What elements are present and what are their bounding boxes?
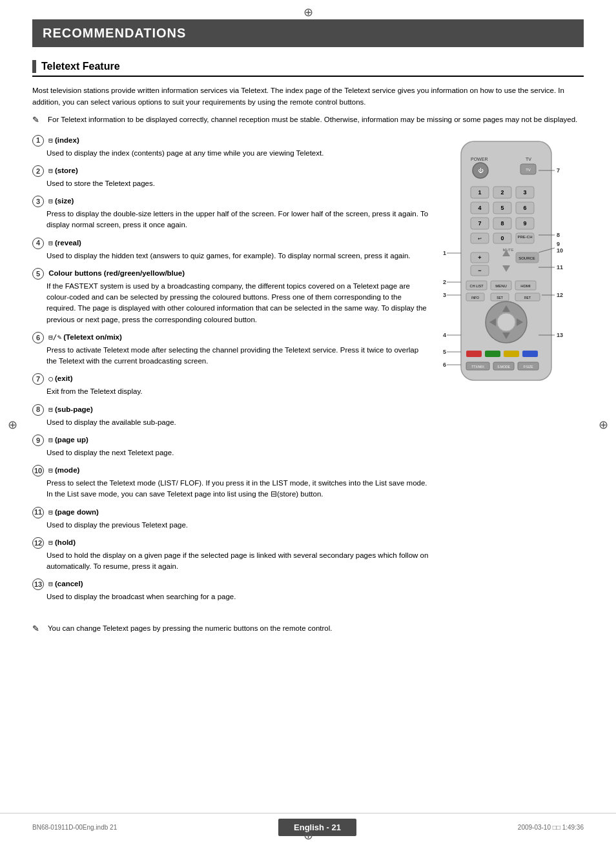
- feature-item-2: 2 ⊟ (store) Used to store the Teletext p…: [32, 165, 429, 189]
- svg-rect-58: [466, 351, 482, 357]
- feature-num-11: 11: [32, 507, 44, 518]
- remote-control-diagram: POWER TV ⏻ TV 1 2: [442, 135, 584, 609]
- footer-left: BN68-01911D-00Eng.indb 21: [32, 824, 117, 831]
- intro-note: ✎ For Teletext information to be display…: [32, 114, 584, 127]
- feature-icon-9: ⊟: [48, 436, 53, 444]
- svg-text:CH LIST: CH LIST: [469, 284, 484, 288]
- feature-num-3: 3: [32, 196, 44, 207]
- note-icon: ✎: [32, 114, 44, 127]
- svg-text:SOURCE: SOURCE: [518, 256, 535, 260]
- feature-item-5: 5 Colour buttons (red/green/yellow/blue)…: [32, 268, 429, 325]
- section-title: Teletext Feature: [32, 60, 584, 77]
- features-list: 1 ⊟ (index) Used to display the index (c…: [32, 135, 429, 609]
- feature-item-9: 9 ⊟ (page up) Used to display the next T…: [32, 435, 429, 458]
- feature-item-6: 6 ⊟/✎ (Teletext on/mix) Press to activat…: [32, 332, 429, 367]
- feature-icon-3: ⊟: [48, 197, 53, 205]
- feature-item-1: 1 ⊟ (index) Used to display the index (c…: [32, 135, 429, 159]
- svg-text:+: +: [478, 254, 481, 261]
- feature-num-8: 8: [32, 404, 44, 416]
- feature-desc-13: Used to display the broadcast when searc…: [46, 591, 429, 602]
- feature-title-11: (page down): [55, 508, 99, 516]
- crosshair-left-icon: ⊕: [8, 418, 17, 432]
- feature-title-7: (exit): [55, 374, 72, 382]
- feature-num-12: 12: [32, 537, 44, 549]
- section-title-bar: [32, 60, 36, 73]
- svg-text:7: 7: [478, 220, 481, 227]
- feature-title-6: (Teletext on/mix): [63, 333, 122, 341]
- feature-num-9: 9: [32, 435, 44, 446]
- footer-note: ✎ You can change Teletext pages by press…: [32, 622, 584, 636]
- svg-text:1: 1: [478, 189, 481, 196]
- feature-icon-6: ⊟/✎: [48, 333, 61, 342]
- feature-num-2: 2: [32, 165, 44, 177]
- feature-desc-11: Used to display the previous Teletext pa…: [46, 520, 429, 531]
- crosshair-bottom-icon: ⊕: [303, 828, 313, 843]
- feature-title-4: (reveal): [55, 239, 81, 247]
- feature-num-6: 6: [32, 332, 44, 343]
- feature-icon-13: ⊟: [48, 580, 53, 588]
- feature-desc-6: Press to activate Teletext mode after se…: [46, 345, 429, 367]
- svg-text:13: 13: [557, 332, 563, 338]
- svg-text:⏻: ⏻: [478, 168, 484, 174]
- svg-rect-61: [522, 351, 538, 357]
- feature-desc-7: Exit from the Teletext display.: [46, 386, 429, 397]
- svg-text:−: −: [478, 267, 481, 274]
- feature-title-9: (page up): [55, 436, 88, 444]
- feature-desc-5: If the FASTEXT system is used by a broad…: [46, 281, 429, 325]
- feature-item-3: 3 ⊟ (size) Press to display the double-s…: [32, 196, 429, 231]
- svg-text:6: 6: [443, 362, 446, 368]
- svg-text:8: 8: [557, 232, 560, 238]
- feature-icon-10: ⊟: [48, 466, 53, 475]
- feature-num-4: 4: [32, 238, 44, 249]
- svg-text:1: 1: [443, 250, 446, 256]
- feature-item-12: 12 ⊟ (hold) Used to hold the display on …: [32, 537, 429, 573]
- svg-text:RET: RET: [524, 296, 531, 300]
- section-title-text: Teletext Feature: [41, 61, 120, 72]
- svg-text:PRE-CH: PRE-CH: [517, 235, 532, 239]
- svg-text:4: 4: [478, 205, 481, 211]
- svg-text:TTX/MIX: TTX/MIX: [471, 365, 484, 369]
- svg-text:5: 5: [500, 205, 504, 211]
- header-title: RECOMMENDATIONS: [43, 26, 186, 40]
- intro-note-text: For Teletext information to be displayed…: [48, 114, 577, 125]
- svg-text:6: 6: [523, 205, 526, 211]
- svg-text:HDMI: HDMI: [520, 284, 531, 288]
- feature-desc-12: Used to hold the display on a given page…: [46, 550, 429, 573]
- remote-svg: POWER TV ⏻ TV 1 2: [442, 135, 571, 393]
- svg-text:7: 7: [557, 167, 560, 174]
- crosshair-right-icon: ⊕: [599, 418, 608, 432]
- feature-title-13: (cancel): [55, 580, 83, 588]
- svg-text:3: 3: [443, 292, 446, 298]
- svg-text:P.SIZE: P.SIZE: [523, 365, 533, 369]
- svg-text:5: 5: [443, 349, 446, 355]
- svg-text:0: 0: [500, 235, 504, 241]
- feature-item-11: 11 ⊟ (page down) Used to display the pre…: [32, 507, 429, 531]
- feature-title-10: (mode): [55, 466, 79, 474]
- svg-text:8: 8: [500, 220, 504, 227]
- svg-text:2: 2: [443, 279, 446, 285]
- feature-title-1: (index): [55, 136, 79, 144]
- feature-icon-11: ⊟: [48, 508, 53, 517]
- feature-item-13: 13 ⊟ (cancel) Used to display the broadc…: [32, 578, 429, 602]
- feature-title-3: (size): [55, 197, 74, 205]
- feature-num-7: 7: [32, 373, 44, 385]
- feature-desc-9: Used to display the next Teletext page.: [46, 447, 429, 458]
- feature-desc-4: Used to display the hidden text (answers…: [46, 251, 429, 261]
- svg-text:SET: SET: [497, 296, 503, 300]
- svg-text:9: 9: [557, 241, 560, 247]
- page-header: RECOMMENDATIONS: [32, 19, 584, 47]
- svg-text:TV: TV: [526, 168, 531, 172]
- svg-text:↩: ↩: [478, 236, 482, 241]
- feature-desc-3: Press to display the double-size letters…: [46, 209, 429, 231]
- feature-icon-1: ⊟: [48, 136, 53, 145]
- svg-text:11: 11: [557, 264, 563, 271]
- feature-icon-4: ⊟: [48, 239, 53, 247]
- svg-rect-59: [485, 351, 500, 357]
- feature-num-13: 13: [32, 578, 44, 590]
- svg-text:9: 9: [523, 220, 526, 227]
- footer-right: 2009-03-10 □□ 1:49:36: [518, 824, 584, 831]
- svg-rect-60: [504, 351, 519, 357]
- svg-text:POWER: POWER: [471, 157, 488, 161]
- svg-text:TV: TV: [526, 157, 531, 161]
- feature-icon-7: ○: [48, 374, 53, 383]
